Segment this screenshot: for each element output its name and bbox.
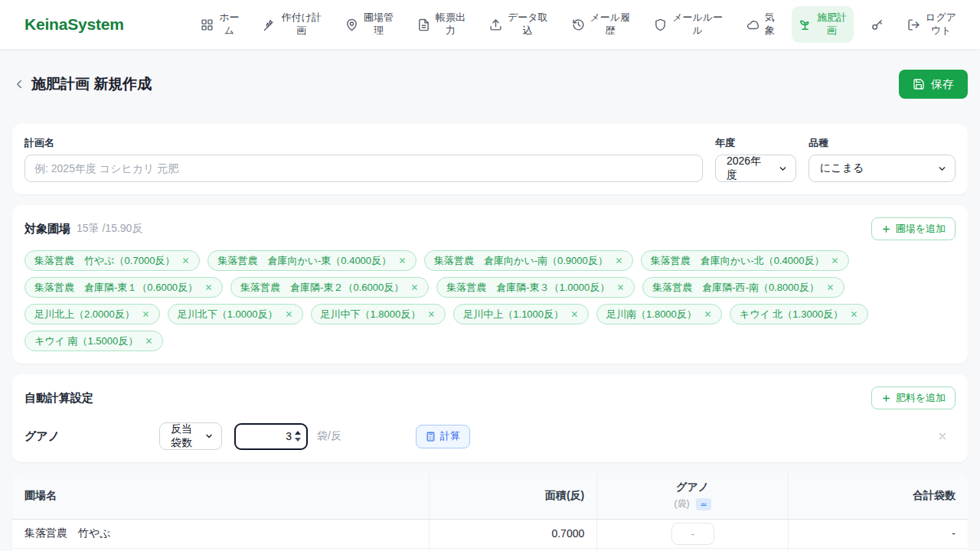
top-navbar: KeinaSystem ホーム 作付け計画 圃場管理 帳票出力 データ取込 メー…	[0, 0, 980, 49]
remove-tag-icon[interactable]	[181, 256, 190, 265]
nav-label: 圃場管理	[364, 11, 394, 37]
nav-item-data-import[interactable]: データ取込	[482, 6, 555, 43]
remove-tag-icon[interactable]	[570, 310, 579, 318]
nav-item-field-management[interactable]: 圃場管理	[338, 6, 400, 43]
nav-item-weather[interactable]: 気象	[740, 6, 782, 43]
nav-label: メールルール	[672, 11, 723, 37]
nav-item-home[interactable]: ホーム	[194, 6, 246, 43]
field-tag-label: 集落営農 倉庫隣-東１（0.6000反）	[34, 281, 198, 295]
nav-item-mail-rules[interactable]: メールルール	[647, 6, 730, 43]
target-fields-card: 対象圃場 15筆 /15.90反 圃場を追加 集落営農 竹やぶ（0.7000反）…	[12, 205, 968, 364]
fertilizer-col-unit: (袋)	[674, 497, 689, 510]
nav-item-report-output[interactable]: 帳票出力	[410, 6, 472, 43]
app-logo: KeinaSystem	[24, 15, 124, 34]
chevron-down-icon	[937, 164, 947, 174]
field-tag-label: キウイ 北（1.3000反）	[740, 308, 843, 321]
table-row: 集落営農 倉庫向かい-東 0.4000 - -	[12, 548, 968, 551]
page-title: 施肥計画 新規作成	[31, 74, 152, 94]
field-tag: キウイ 南（1.5000反）	[24, 331, 163, 351]
grid-icon	[201, 18, 214, 31]
add-field-button[interactable]: 圃場を追加	[871, 217, 956, 240]
bags-per-tan-value: 3	[243, 430, 295, 442]
field-tag-label: 足川北下（1.0000反）	[178, 308, 278, 321]
remove-tag-icon[interactable]	[615, 256, 623, 265]
field-tag: 足川南（1.8000反）	[596, 304, 722, 324]
calc-result-table: 圃場名 面積(反) グアノ (袋) ≃ 合計袋数 集落営農 竹やぶ 0.7000…	[12, 473, 968, 551]
field-tag: キウイ 北（1.3000反）	[730, 304, 868, 324]
field-tag: 集落営農 倉庫隣-東３（1.0000反）	[436, 277, 635, 298]
bags-input[interactable]: -	[671, 523, 714, 545]
year-select[interactable]: 2026年度	[715, 155, 796, 182]
remove-tag-icon[interactable]	[285, 310, 293, 318]
remove-tag-icon[interactable]	[410, 283, 419, 292]
nav-item-logout[interactable]: ログアウト	[900, 6, 963, 43]
save-icon	[913, 78, 925, 90]
nav-label: メール履歴	[590, 11, 631, 37]
fertilizer-row: グアノ 反当袋数 3 袋/反 計算	[24, 422, 956, 450]
nav-label: 作付け計画	[282, 11, 322, 37]
field-tag-label: 集落営農 倉庫向かい-南（0.9000反）	[434, 254, 608, 268]
remove-tag-icon[interactable]	[398, 256, 407, 265]
spinner-arrows[interactable]	[295, 431, 301, 442]
history-icon	[572, 18, 585, 31]
add-field-label: 圃場を追加	[896, 222, 946, 236]
cell-bags: -	[597, 519, 789, 548]
field-tag-label: 集落営農 倉庫隣-東２（0.6000反）	[240, 281, 403, 295]
field-tag-label: 足川中上（1.1000反）	[463, 308, 564, 321]
cell-area: 0.4000	[429, 548, 597, 551]
main-nav: ホーム 作付け計画 圃場管理 帳票出力 データ取込 メール履歴 メールルール	[194, 6, 963, 43]
plan-name-input[interactable]	[24, 155, 703, 182]
nav-label: ログアウト	[926, 11, 956, 37]
chevron-down-icon	[204, 432, 214, 441]
variety-select-value: にこまる	[820, 161, 864, 175]
variety-label: 品種	[808, 136, 956, 150]
field-tag-label: 足川南（1.8000反）	[606, 308, 697, 321]
bags-per-tan-stepper[interactable]: 3	[234, 423, 308, 450]
add-fertilizer-button[interactable]: 肥料を追加	[871, 386, 956, 409]
nav-label: ホーム	[219, 11, 239, 37]
nav-label: 施肥計画	[817, 11, 847, 37]
save-button[interactable]: 保存	[899, 70, 968, 99]
remove-tag-icon[interactable]	[427, 310, 436, 318]
upload-icon	[489, 18, 502, 31]
cell-area: 0.7000	[429, 519, 597, 548]
field-tag: 集落営農 竹やぶ（0.7000反）	[24, 250, 200, 271]
auto-calc-card: 自動計算設定 肥料を追加 グアノ 反当袋数 3 袋/反 計算	[12, 374, 968, 462]
field-tag-list: 集落営農 竹やぶ（0.7000反） 集落営農 倉庫向かい-東（0.4000反） …	[24, 250, 956, 351]
field-tag: 集落営農 倉庫向かい-東（0.4000反）	[207, 250, 416, 271]
remove-tag-icon[interactable]	[145, 337, 153, 345]
nav-item-planting-plan[interactable]: 作付け計画	[256, 6, 328, 43]
variety-select[interactable]: にこまる	[808, 155, 956, 182]
field-tag: 足川中下（1.8000反）	[311, 304, 446, 324]
cell-field-name: 集落営農 倉庫向かい-東	[12, 548, 429, 551]
nav-item-password[interactable]	[864, 13, 890, 37]
remove-tag-icon[interactable]	[616, 283, 625, 292]
calculate-button[interactable]: 計算	[416, 425, 470, 448]
nav-item-fertilization-plan[interactable]: 施肥計画	[792, 6, 854, 43]
logout-icon	[907, 18, 920, 31]
nav-item-mail-history[interactable]: メール履歴	[565, 6, 638, 43]
remove-tag-icon[interactable]	[204, 283, 213, 292]
field-tag-label: 集落営農 倉庫隣-西-南（0.8000反）	[652, 281, 818, 295]
cloud-icon	[746, 18, 760, 31]
remove-tag-icon[interactable]	[831, 256, 839, 265]
remove-tag-icon[interactable]	[850, 310, 858, 318]
bags-unit-label: 袋/反	[317, 429, 341, 443]
add-fertilizer-label: 肥料を追加	[896, 391, 946, 405]
remove-tag-icon[interactable]	[826, 283, 835, 292]
back-button[interactable]	[12, 77, 26, 91]
plus-icon	[881, 393, 891, 403]
nav-label: 帳票出力	[436, 11, 466, 37]
field-tag: 集落営農 倉庫隣-東２（0.6000反）	[230, 277, 429, 298]
remove-tag-icon[interactable]	[704, 310, 712, 318]
plan-form-card: 計画名 年度 2026年度 品種 にこまる	[12, 124, 968, 194]
calc-result-table-card: 圃場名 面積(反) グアノ (袋) ≃ 合計袋数 集落営農 竹やぶ 0.7000…	[12, 473, 968, 551]
field-tag: 集落営農 倉庫向かい-南（0.9000反）	[424, 250, 633, 271]
field-tag-label: キウイ 南（1.5000反）	[34, 334, 138, 348]
calc-mode-select[interactable]: 反当袋数	[159, 422, 222, 450]
remove-fertilizer-icon[interactable]	[937, 431, 948, 442]
field-tag: 集落営農 倉庫隣-西-南（0.8000反）	[642, 277, 844, 298]
approx-badge: ≃	[696, 498, 710, 510]
target-fields-count: 15筆 /15.90反	[77, 222, 142, 236]
remove-tag-icon[interactable]	[142, 310, 150, 318]
